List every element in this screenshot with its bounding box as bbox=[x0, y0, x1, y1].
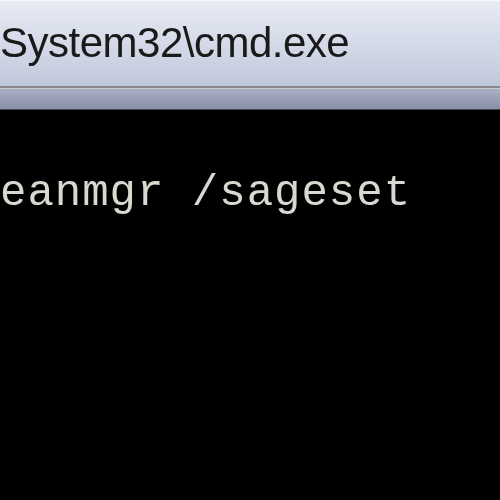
terminal-area[interactable]: eanmgr /sageset bbox=[0, 110, 500, 500]
window-frame-border bbox=[0, 88, 500, 110]
window-title: System32\cmd.exe bbox=[0, 19, 349, 67]
window-titlebar[interactable]: System32\cmd.exe bbox=[0, 0, 500, 88]
command-text: eanmgr /sageset bbox=[0, 168, 500, 218]
